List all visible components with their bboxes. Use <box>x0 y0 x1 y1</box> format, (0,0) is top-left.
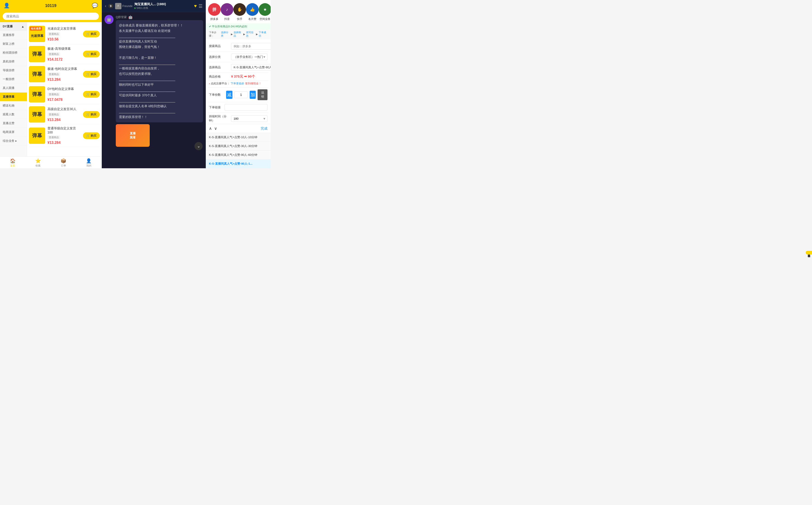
sidebar-item-level-rank[interactable]: 等级挂榜 <box>0 66 27 75</box>
step4-link[interactable]: 下单成功 <box>259 31 267 37</box>
order-link-input[interactable] <box>225 104 267 111</box>
message-icon[interactable]: 💬 <box>92 3 98 9</box>
right-panel: 拼 拼多多 ♪ 抖音 ✋ 快手 👍 名片赞 ★ 空间业务 <box>206 0 271 168</box>
sidebar-item-fan-rank[interactable]: 粉丝团挂榜 <box>0 48 27 57</box>
product-card: 弹幕 普通等级自定义发言100 普通商品 ¥13.284 🛒 购买 <box>29 125 100 147</box>
product-info: 普通等级自定义发言100 普通商品 ¥13.284 <box>47 127 81 145</box>
product-thumb: 弹幕 <box>29 66 45 82</box>
sidebar-item-viewers[interactable]: 观看人数 <box>0 110 27 119</box>
back-button[interactable]: ‹ <box>105 4 106 8</box>
qty-desc-button[interactable]: 说明 <box>257 89 267 100</box>
online-dot <box>134 7 136 9</box>
douyin-icon: ♪ <box>221 3 233 16</box>
home-icon: 🏠 <box>10 158 16 164</box>
nav-favorites[interactable]: ⭐ 收藏 <box>25 158 51 167</box>
sidebar-item-general-service[interactable]: 综合业务 ▸ <box>0 137 27 145</box>
left-sidebar: DY直播 ▲ 直播推荐 财富上榜 粉丝团挂榜 真机挂榜 等级挂榜 一般挂榜 真人… <box>0 22 27 157</box>
chat-title: 淘宝直播间人... (1980) <box>134 2 192 6</box>
step2-link[interactable]: 选择商品 <box>234 31 242 37</box>
sidebar-item-machine-rank[interactable]: 真机挂榜 <box>0 57 27 66</box>
product-thumb: 站长推荐 光速弹幕 <box>29 26 45 42</box>
quantity-input[interactable] <box>234 92 248 98</box>
nav-orders[interactable]: 📦 订单 <box>51 158 76 167</box>
category-label: 选择分类 <box>209 55 229 59</box>
link-row: 下单链接 <box>208 102 268 113</box>
page-down-button[interactable]: ∨ <box>214 126 217 131</box>
buy-button[interactable]: 🛒 购买 <box>83 132 100 139</box>
dropdown-item[interactable]: K-S-直播间真人气+点赞-10人-10分钟 <box>206 133 271 142</box>
sidebar-item-wealth[interactable]: 财富上榜 <box>0 39 27 48</box>
buy-button[interactable]: 🛒 购买 <box>83 71 100 77</box>
service-douyin[interactable]: ♪ 抖音 <box>221 3 233 21</box>
product-select-wrapper: K-S-直播间真人气+点赞-90人-180分钟 <box>231 64 271 70</box>
search-product-input[interactable] <box>231 43 271 49</box>
orders-icon: 📦 <box>61 158 66 164</box>
quantity-label: 下单份数 <box>209 93 224 97</box>
chat-body: 🤖 Q群管家 🤖 @全体成员 要做直播观看的，联系群管理！！ 各大直播平台真人暖… <box>102 12 206 168</box>
sidebar-group-header: DY直播 ▲ <box>0 22 27 31</box>
pagination-bar: ∧ ∨ 完成 <box>206 124 271 133</box>
service-namecard[interactable]: 👍 名片赞 <box>246 3 259 21</box>
product-select[interactable]: K-S-直播间真人气+点赞-90人-180分钟 <box>231 64 271 70</box>
dropdown-item[interactable]: K-S-直播间真人气+点赞-90人-60分钟 <box>206 151 271 159</box>
chat-image-thumbnail[interactable]: 直播观看 <box>116 124 150 147</box>
left-header: 👤 10119 💬 <box>0 0 102 11</box>
left-panel: 👤 10119 💬 DY直播 ▲ 直播推荐 财富上榜 粉丝团挂榜 真机挂榜 等级… <box>0 0 102 168</box>
avatar: 🤖 <box>105 15 114 24</box>
chat-logo: F Freunde <box>115 3 133 9</box>
nav-profile[interactable]: 👤 我的 <box>76 158 102 167</box>
step1-link[interactable]: 选择分类 <box>221 31 230 37</box>
promo-link[interactable]: 下单更低价 <box>231 81 244 86</box>
page-up-button[interactable]: ∧ <box>209 126 212 131</box>
collapse-icon[interactable]: ▲ <box>21 25 24 28</box>
sidebar-item-gift[interactable]: 赠送礼物 <box>0 101 27 110</box>
chat-title-area: 淘宝直播间人... (1980) 548人在线 <box>134 2 192 10</box>
chat-message: 🤖 Q群管家 🤖 @全体成员 要做直播观看的，联系群管理！！ 各大直播平台真人暖… <box>105 15 203 147</box>
pdd-icon: 拼 <box>208 3 221 16</box>
dropdown-item-selected[interactable]: K-S-直播间真人气+点赞-90人-1... <box>206 159 271 168</box>
user-icon[interactable]: 👤 <box>4 3 10 9</box>
product-info: 光速自定义发言弹幕 普通商品 ¥10.56 <box>47 27 81 41</box>
sidebar-item-live-danmu[interactable]: 直播弹幕 <box>0 93 27 101</box>
dropdown-item[interactable]: K-S-直播间真人气+点赞-30人-30分钟 <box>206 142 271 151</box>
link-label: 下单链接 <box>209 106 223 110</box>
buy-button[interactable]: 🛒 购买 <box>83 51 100 57</box>
search-row: 搜索商品 🔍 <box>208 41 268 52</box>
product-card: 弹幕 极速-高等级弹幕 普通商品 ¥14.3172 🛒 购买 <box>29 44 100 64</box>
sidebar-item-real-follow[interactable]: 真人跟播 <box>0 84 27 93</box>
sidebar-item-live-recommend[interactable]: 直播推荐 <box>0 31 27 39</box>
sidebar-item-general-rank[interactable]: 一般挂榜 <box>0 75 27 84</box>
sidebar-item-live-like[interactable]: 直播点赞 <box>0 119 27 128</box>
menu-icon[interactable]: ☰ <box>199 3 203 9</box>
buy-button[interactable]: 🛒 购买 <box>83 111 100 118</box>
buy-button[interactable]: 🛒 购买 <box>83 91 100 98</box>
sidebar-item-ecom-scroll[interactable]: 电商滚屏 <box>0 128 27 137</box>
kuaishou-icon: ✋ <box>233 3 246 16</box>
step3-link[interactable]: 填写信息 <box>246 31 255 37</box>
notification-badge: 9 <box>108 4 113 8</box>
bubble-area: Q群管家 🤖 @全体成员 要做直播观看的，联系群管理！！ 各大直播平台真人暖场互… <box>116 15 203 147</box>
space-icon: ★ <box>259 3 271 16</box>
service-space[interactable]: ★ 空间业务 <box>259 3 271 21</box>
service-pdd[interactable]: 拼 拼多多 <box>208 3 221 21</box>
scroll-down-button[interactable]: ⌄ <box>194 142 203 150</box>
nav-home[interactable]: 🏠 首页 <box>0 158 25 167</box>
product-thumb: 弹幕 <box>29 106 45 123</box>
chat-body-wrapper: 🤖 Q群管家 🤖 @全体成员 要做直播观看的，联系群管理！！ 各大直播平台真人暖… <box>102 12 206 168</box>
quantity-row: 下单份数 减 加 说明 <box>208 88 268 102</box>
qty-minus-button[interactable]: 减 <box>226 91 232 99</box>
done-button[interactable]: 完成 <box>261 127 267 131</box>
heart-icon[interactable]: ♥ <box>194 3 197 9</box>
service-kuaishou[interactable]: ✋ 快手 <box>233 3 246 21</box>
buy-button[interactable]: 🛒 购买 <box>83 30 100 37</box>
search-input[interactable] <box>3 13 99 20</box>
duration-select[interactable]: 180 <box>231 115 267 122</box>
duration-label: 持续时间（分钟） <box>209 115 229 123</box>
chat-header: ‹ 9 F Freunde 淘宝直播间人... (1980) 548人在线 ♥ … <box>102 0 206 12</box>
qty-plus-button[interactable]: 加 <box>250 91 256 99</box>
product-card: 弹幕 高级自定义发言30人 普通商品 ¥13.284 🛒 购买 <box>29 105 100 125</box>
chat-subtitle: 548人在线 <box>134 6 192 10</box>
duration-row: 持续时间（分钟） 180 <box>208 113 268 124</box>
product-label: 选择商品 <box>209 65 229 69</box>
category-select[interactable]: （块手业务区）⇒热门 <box>231 53 267 60</box>
